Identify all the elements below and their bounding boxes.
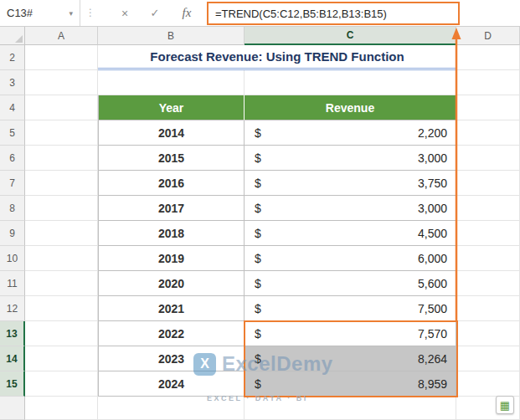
cell-B8[interactable]: 2017	[98, 196, 245, 221]
cell-C11[interactable]: $5,600	[245, 271, 456, 296]
cell-C15[interactable]: $8,959	[245, 371, 456, 397]
column-header-A[interactable]: A	[25, 27, 98, 45]
cell-D14[interactable]	[456, 346, 520, 371]
sheet-row-3: 3	[0, 70, 520, 95]
cell-C7[interactable]: $3,750	[245, 171, 456, 196]
row-header-12[interactable]: 12	[0, 296, 25, 321]
row-header-4[interactable]: 4	[0, 95, 25, 120]
sheet-title-cell[interactable]: Forecast Revenue: Using TREND Function	[98, 45, 456, 70]
cell-A5[interactable]	[25, 120, 98, 146]
sheet-row-12: 122021$7,500	[0, 296, 520, 321]
row-header-6[interactable]: 6	[0, 146, 25, 171]
cell-A12[interactable]	[25, 296, 98, 321]
cell-B3[interactable]	[98, 70, 245, 95]
column-header-D[interactable]: D	[456, 27, 520, 45]
cancel-button[interactable]: ×	[112, 0, 137, 26]
row-header-2[interactable]: 2	[0, 45, 25, 70]
cell-B11[interactable]: 2020	[98, 271, 245, 296]
row-header-10[interactable]: 10	[0, 246, 25, 271]
revenue-value: 2,200	[418, 126, 447, 140]
cell-A2[interactable]	[25, 45, 98, 70]
row-header-14[interactable]: 14	[0, 346, 25, 371]
row-header-13[interactable]: 13	[0, 321, 25, 346]
cell-A6[interactable]	[25, 146, 98, 171]
cell-B5[interactable]: 2014	[98, 120, 245, 146]
cell-C16[interactable]	[245, 397, 456, 420]
worksheet: ABCD 2Forecast Revenue: Using TREND Func…	[0, 27, 520, 420]
cell-C14[interactable]: $8,264	[245, 346, 456, 371]
cell-C6[interactable]: $3,000	[245, 146, 456, 171]
cell-D15[interactable]	[456, 371, 520, 397]
cell-D8[interactable]	[456, 196, 520, 221]
cell-D6[interactable]	[456, 146, 520, 171]
cell-A15[interactable]	[25, 371, 98, 397]
enter-button[interactable]: ✓	[142, 0, 167, 26]
row-header-3[interactable]: 3	[0, 70, 25, 95]
cell-A8[interactable]	[25, 196, 98, 221]
cell-B16[interactable]	[98, 397, 245, 420]
cell-D12[interactable]	[456, 296, 520, 321]
cell-C9[interactable]: $4,500	[245, 221, 456, 246]
revenue-value: 7,570	[418, 327, 447, 341]
row-header-8[interactable]: 8	[0, 196, 25, 221]
cell-C5[interactable]: $2,200	[245, 120, 456, 146]
table-header-year[interactable]: Year	[98, 95, 245, 120]
cell-A7[interactable]	[25, 171, 98, 196]
cell-C13[interactable]: $7,570	[245, 321, 456, 346]
currency-symbol: $	[255, 352, 261, 366]
sheet-row-6: 62015$3,000	[0, 146, 520, 171]
cell-B14[interactable]: 2023	[98, 346, 245, 371]
cell-C12[interactable]: $7,500	[245, 296, 456, 321]
row-header-15[interactable]: 15	[0, 371, 25, 397]
chevron-down-icon[interactable]: ▾	[69, 9, 73, 18]
quick-analysis-button[interactable]: ▦	[496, 396, 514, 414]
cell-B10[interactable]: 2019	[98, 246, 245, 271]
cell-D9[interactable]	[456, 221, 520, 246]
formula-input[interactable]: =TREND(C5:C12,B5:B12,B13:B15)	[207, 2, 460, 25]
currency-symbol: $	[255, 277, 261, 290]
revenue-value: 8,264	[418, 352, 447, 366]
cell-B13[interactable]: 2022	[98, 321, 245, 346]
currency-symbol: $	[255, 327, 261, 341]
cell-D2[interactable]	[456, 45, 520, 70]
cell-D3[interactable]	[456, 70, 520, 95]
row-header-11[interactable]: 11	[0, 271, 25, 296]
column-header-B[interactable]: B	[98, 27, 245, 45]
cell-C8[interactable]: $3,000	[245, 196, 456, 221]
insert-function-button[interactable]: fx	[174, 0, 199, 26]
cell-D13[interactable]	[456, 321, 520, 346]
column-header-C[interactable]: C	[245, 27, 456, 45]
row-header-5[interactable]: 5	[0, 120, 25, 146]
currency-symbol: $	[255, 202, 261, 215]
cell-A13[interactable]	[25, 321, 98, 346]
cell-B6[interactable]: 2015	[98, 146, 245, 171]
cell-B7[interactable]: 2016	[98, 171, 245, 196]
cell-B15[interactable]: 2024	[98, 371, 245, 397]
cell-D5[interactable]	[456, 120, 520, 146]
row-header-7[interactable]: 7	[0, 171, 25, 196]
cell-A4[interactable]	[25, 95, 98, 120]
sheet-row-14: 142023$8,264	[0, 346, 520, 371]
sheet-row-13: 132022$7,570	[0, 321, 520, 346]
table-header-revenue[interactable]: Revenue	[245, 95, 456, 120]
cell-D11[interactable]	[456, 271, 520, 296]
cell-D4[interactable]	[456, 95, 520, 120]
cell-A10[interactable]	[25, 246, 98, 271]
cell-D7[interactable]	[456, 171, 520, 196]
cell-A3[interactable]	[25, 70, 98, 95]
revenue-value: 3,000	[418, 151, 447, 165]
name-box[interactable]: C13# ▾	[0, 0, 80, 26]
cell-A14[interactable]	[25, 346, 98, 371]
currency-symbol: $	[255, 377, 261, 391]
cell-C3[interactable]	[245, 70, 456, 95]
cell-D10[interactable]	[456, 246, 520, 271]
cell-C10[interactable]: $6,000	[245, 246, 456, 271]
cell-A9[interactable]	[25, 221, 98, 246]
select-all-corner[interactable]	[0, 27, 25, 45]
cell-A11[interactable]	[25, 271, 98, 296]
cell-A16[interactable]	[25, 397, 98, 420]
cell-B9[interactable]: 2018	[98, 221, 245, 246]
row-header-partial[interactable]	[0, 397, 25, 420]
row-header-9[interactable]: 9	[0, 221, 25, 246]
cell-B12[interactable]: 2021	[98, 296, 245, 321]
